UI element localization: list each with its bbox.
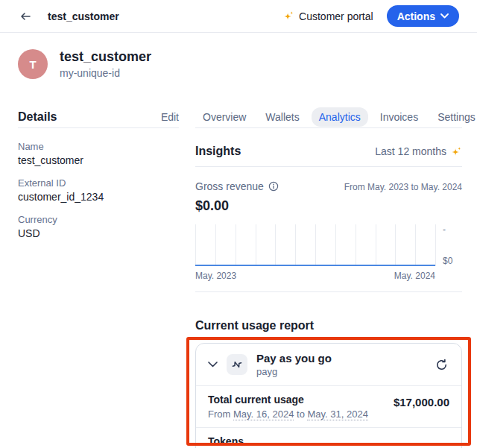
chart-y-axis: - $0 xyxy=(435,224,462,266)
topbar: test_customer Customer portal Actions xyxy=(0,0,477,33)
period-date-from[interactable]: May. 16, 2024 xyxy=(233,408,294,420)
total-usage-period: From May. 16, 2024 to May. 31, 2024 xyxy=(208,408,368,420)
plan-identity: Pay as you go payg xyxy=(256,352,332,377)
refresh-icon xyxy=(435,359,448,371)
total-usage-amount: $17,000.00 xyxy=(394,396,449,408)
period-connector: to xyxy=(297,408,305,420)
back-button[interactable] xyxy=(18,9,33,24)
plan-icon-tile xyxy=(227,354,247,375)
avatar-letter: T xyxy=(29,58,36,71)
details-fields: Name test_customer External ID customer_… xyxy=(18,141,179,239)
period-prefix: From xyxy=(208,408,230,420)
customer-unique-id: my-unique-id xyxy=(60,67,151,79)
back-arrow-icon xyxy=(19,10,31,22)
chart-gridline xyxy=(395,224,396,266)
x-axis-label-right: May. 2024 xyxy=(394,271,435,281)
field-value: USD xyxy=(18,227,179,239)
customer-name: test_customer xyxy=(60,49,151,65)
edit-details-button[interactable]: Edit xyxy=(161,111,179,123)
divider xyxy=(195,291,462,292)
content-columns: Details Edit Name test_customer External… xyxy=(18,106,462,448)
chart-gridline xyxy=(256,224,256,266)
total-usage-row: Total current usage From May. 16, 2024 t… xyxy=(196,386,461,427)
gross-revenue-label-group: Gross revenue xyxy=(195,180,279,192)
chart-x-axis: May. 2023 May. 2024 xyxy=(195,271,435,281)
field-external-id: External ID customer_id_1234 xyxy=(18,177,179,203)
tab-analytics[interactable]: Analytics xyxy=(312,107,368,127)
actions-label: Actions xyxy=(397,10,435,22)
y-axis-label-top: - xyxy=(443,224,462,235)
field-label: External ID xyxy=(18,177,179,189)
activity-pulse-icon xyxy=(231,359,243,370)
tab-overview[interactable]: Overview xyxy=(195,107,253,127)
chart-gridline xyxy=(335,224,336,266)
plan-name: Pay as you go xyxy=(256,352,332,365)
period-date-to[interactable]: May. 31, 2024 xyxy=(307,408,367,420)
gross-revenue-label: Gross revenue xyxy=(195,180,264,192)
chart-gridline xyxy=(315,224,316,266)
chart-gridline xyxy=(215,224,216,266)
tab-wallets[interactable]: Wallets xyxy=(258,107,306,127)
chart-gridline xyxy=(195,224,196,266)
total-usage-label: Total current usage xyxy=(208,393,368,406)
gross-revenue-row: Gross revenue From May. 2023 to May. 202… xyxy=(195,180,462,192)
customer-identity: test_customer my-unique-id xyxy=(60,49,151,79)
plan-card-header[interactable]: Pay as you go payg xyxy=(196,344,461,385)
customer-portal-label: Customer portal xyxy=(299,10,373,22)
x-axis-label-left: May. 2023 xyxy=(195,271,236,281)
chart-gridline xyxy=(376,224,376,266)
chart-plot xyxy=(195,224,435,266)
topbar-title: test_customer xyxy=(48,10,119,22)
chart-gridline xyxy=(415,224,416,266)
usage-item-name: Tokens xyxy=(208,435,271,448)
info-icon[interactable] xyxy=(268,181,279,192)
usage-plan-card: Pay as you go payg Total current usage xyxy=(195,343,462,448)
topbar-actions: Customer portal Actions xyxy=(283,5,459,27)
chart-plot-area: May. 2023 May. 2024 xyxy=(195,224,435,281)
total-usage-info: Total current usage From May. 16, 2024 t… xyxy=(208,393,368,420)
date-range-selector[interactable]: Last 12 months xyxy=(375,145,462,157)
details-heading: Details xyxy=(18,110,57,124)
main-panel: OverviewWalletsAnalyticsInvoicesSettings… xyxy=(195,106,462,448)
chart-gridline xyxy=(295,224,296,266)
tab-settings[interactable]: Settings xyxy=(430,107,477,127)
plan-code: payg xyxy=(256,366,332,377)
chevron-down-icon xyxy=(208,362,218,367)
gross-revenue-chart: May. 2023 May. 2024 - $0 xyxy=(195,224,462,281)
chart-series-line xyxy=(195,265,435,266)
field-name: Name test_customer xyxy=(18,141,179,166)
chevron-down-icon xyxy=(440,13,449,19)
details-panel: Details Edit Name test_customer External… xyxy=(18,106,179,448)
field-label: Currency xyxy=(18,214,179,225)
date-range-label: Last 12 months xyxy=(375,145,446,157)
sparkle-icon xyxy=(283,10,294,22)
details-header: Details Edit xyxy=(18,106,179,128)
usage-item-row: Tokens openai_tokens xyxy=(196,428,461,448)
insights-header: Insights Last 12 months xyxy=(195,145,462,167)
customer-page: test_customer Customer portal Actions T … xyxy=(0,0,477,448)
field-currency: Currency USD xyxy=(18,214,179,239)
customer-header: T test_customer my-unique-id xyxy=(18,49,459,79)
chart-gridline xyxy=(356,224,356,266)
usage-card-zone: Pay as you go payg Total current usage xyxy=(195,343,462,448)
y-axis-label-bottom: $0 xyxy=(443,256,462,266)
gross-revenue-value: $0.00 xyxy=(195,198,462,214)
chart-gridline xyxy=(236,224,236,266)
tabs: OverviewWalletsAnalyticsInvoicesSettings xyxy=(195,106,462,128)
usage-report-heading: Current usage report xyxy=(195,319,462,332)
chart-gridline xyxy=(275,224,276,266)
field-value: test_customer xyxy=(18,154,179,166)
field-value: customer_id_1234 xyxy=(18,191,179,203)
customer-portal-button[interactable]: Customer portal xyxy=(283,10,373,22)
actions-button[interactable]: Actions xyxy=(387,5,459,27)
collapse-button[interactable] xyxy=(208,362,218,367)
sparkle-icon xyxy=(451,146,462,157)
chart-gridline xyxy=(435,224,436,266)
tab-invoices[interactable]: Invoices xyxy=(373,107,426,127)
avatar: T xyxy=(18,49,48,79)
chart-period-label: From May. 2023 to May. 2024 xyxy=(344,182,462,192)
usage-item-info: Tokens openai_tokens xyxy=(208,435,271,448)
insights-heading: Insights xyxy=(195,145,241,158)
refresh-button[interactable] xyxy=(434,357,449,373)
field-label: Name xyxy=(18,141,179,152)
